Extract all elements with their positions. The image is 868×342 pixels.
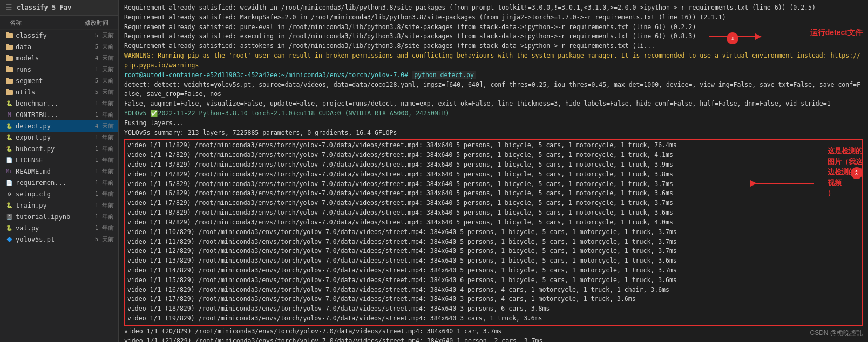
svg-rect-9	[6, 78, 9, 79]
col-name-header: 名称	[4, 17, 83, 28]
py-icon: 🐍	[5, 134, 13, 141]
sidebar-item-label: export.py	[16, 134, 51, 141]
py-icon: 🐍	[5, 202, 13, 209]
m-icon: M	[5, 111, 13, 119]
sidebar-item-time: 1 年前	[95, 213, 114, 221]
sidebar-item[interactable]: utils5 天前	[0, 86, 118, 98]
svg-rect-0	[6, 33, 13, 38]
sidebar-item-label: tutorial.ipynb	[16, 213, 70, 221]
sidebar-item[interactable]: 🐍val.py1 年前	[0, 222, 118, 234]
sidebar-item-label: setup.cfg	[16, 190, 51, 198]
sidebar-item[interactable]: models4 天前	[0, 52, 118, 64]
sidebar-item-label: utils	[16, 88, 35, 96]
sidebar-item-time: 5 天前	[95, 31, 114, 39]
sidebar-item[interactable]: ⚙setup.cfg1 年前	[0, 188, 118, 200]
terminal-line: video 1/1 (2/829) /root/miniconda3/envs/…	[127, 151, 859, 160]
terminal-line: video 1/1 (20/829) /root/miniconda3/envs…	[124, 327, 863, 337]
csdn-watermark: CSDN @栀晚盏乱	[810, 329, 863, 338]
sidebar-item-time: 1 年前	[95, 111, 114, 119]
sidebar-item-time: 5 天前	[95, 235, 114, 243]
terminal-line: video 1/1 (12/829) /root/miniconda3/envs…	[127, 247, 859, 256]
ipynb-icon: 📓	[5, 213, 13, 221]
annotation-2-arrow	[749, 178, 819, 189]
folder-icon	[5, 66, 13, 73]
sidebar-item-time: 5 天前	[95, 43, 114, 51]
terminal-line: YOLOv5s summary: 213 layers, 7225885 par…	[124, 128, 863, 138]
sidebar-item-time: 4 天前	[95, 54, 114, 62]
sidebar-item-label: classify	[16, 32, 47, 39]
sidebar-item-label: runs	[16, 66, 31, 73]
sidebar-item[interactable]: segment5 天前	[0, 75, 118, 86]
terminal-line: video 1/1 (7/829) /root/miniconda3/envs/…	[127, 199, 859, 208]
main-panel: Requirement already satisfied: wcwidth i…	[119, 0, 868, 342]
sidebar-item-time: 1 年前	[95, 201, 114, 209]
terminal-line: video 1/1 (15/829) /root/miniconda3/envs…	[127, 276, 859, 285]
terminal-line: video 1/1 (19/829) /root/miniconda3/envs…	[127, 314, 859, 324]
sidebar-item[interactable]: 🔷yolov5s.pt5 天前	[0, 234, 118, 245]
py-icon: 🐍	[5, 224, 13, 232]
sidebar-item-label: LICENSE	[16, 156, 43, 164]
svg-rect-5	[6, 55, 9, 57]
svg-rect-8	[6, 79, 13, 84]
sidebar-item[interactable]: M↓README.md1 年前	[0, 166, 118, 177]
terminal-line: WARNING: Running pip as the 'root' user …	[124, 51, 863, 71]
cmd-highlight: python detect.py	[412, 71, 476, 79]
sidebar-items: classify5 天前data5 天前models4 天前runs1 天前se…	[0, 30, 118, 245]
terminal-line: detect: detect: weights=yolov5s.pt, sour…	[124, 80, 863, 100]
terminal-line: Requirement already satisfied: pure-eval…	[124, 23, 863, 32]
folder-icon	[5, 32, 13, 39]
terminal-line: video 1/1 (11/829) /root/miniconda3/envs…	[127, 237, 859, 247]
sidebar-item-time: 1 年前	[95, 179, 114, 187]
cfg-icon: ⚙	[5, 190, 13, 198]
col-time-header: 修改时间	[83, 17, 114, 28]
svg-rect-6	[6, 67, 13, 72]
sidebar-item[interactable]: 📄requiremen...1 年前	[0, 177, 118, 188]
svg-rect-1	[6, 32, 9, 34]
sidebar-item[interactable]: classify5 天前	[0, 30, 118, 41]
svg-rect-7	[6, 66, 9, 68]
terminal-line: Requirement already satisfied: asttokens…	[124, 42, 863, 51]
py-icon: 🐍	[5, 100, 13, 107]
sidebar-item-label: segment	[16, 77, 43, 85]
annotation-1-arrow	[709, 31, 763, 42]
sidebar-item[interactable]: runs1 天前	[0, 64, 118, 75]
svg-rect-10	[6, 90, 13, 95]
sidebar-item-label: benchmar...	[16, 100, 58, 107]
sidebar-item[interactable]: 🐍detect.py4 天前	[0, 120, 118, 132]
sidebar-item-label: yolov5s.pt	[16, 236, 55, 243]
pt-icon: 🔷	[5, 236, 13, 243]
sidebar-item[interactable]: 🐍export.py1 年前	[0, 132, 118, 143]
sidebar-item-label: CONTRIBU...	[16, 111, 58, 119]
hamburger-icon[interactable]: ☰	[5, 3, 12, 12]
terminal-line: Fusing layers...	[124, 119, 863, 128]
sidebar-item[interactable]: 🐍hubconf.py1 年前	[0, 143, 118, 154]
sidebar-item[interactable]: 🐍benchmar...1 年前	[0, 98, 118, 109]
sidebar-item[interactable]: 📓tutorial.ipynb1 年前	[0, 211, 118, 222]
svg-rect-4	[6, 56, 13, 61]
sidebar-item-label: train.py	[16, 202, 47, 209]
terminal-line: video 1/1 (14/829) /root/miniconda3/envs…	[127, 266, 859, 276]
svg-rect-2	[6, 45, 13, 50]
sidebar-item-time: 1 年前	[95, 167, 114, 175]
sidebar-item[interactable]: 📄LICENSE1 年前	[0, 154, 118, 166]
terminal-line: False, augment=False, visualize=False, u…	[124, 99, 863, 109]
terminal-line: video 1/1 (3/829) /root/miniconda3/envs/…	[127, 160, 859, 170]
py-icon: 🐍	[5, 122, 13, 130]
folder-icon	[5, 88, 13, 96]
sidebar-item-time: 1 年前	[95, 145, 114, 153]
sidebar: ☰ classify 5 Fav 名称 修改时间 classify5 天前dat…	[0, 0, 119, 342]
sidebar-item[interactable]: MCONTRIBU...1 年前	[0, 109, 118, 120]
sidebar-item-label: requiremen...	[16, 179, 66, 187]
sidebar-item-label: hubconf.py	[16, 145, 55, 153]
sidebar-item-time: 1 年前	[95, 156, 114, 164]
sidebar-item[interactable]: 🐍train.py1 年前	[0, 200, 118, 211]
sidebar-item-time: 1 天前	[95, 65, 114, 73]
terminal-line: Requirement already satisfied: MarkupSaf…	[124, 13, 863, 23]
terminal-output[interactable]: Requirement already satisfied: wcwidth i…	[119, 0, 868, 342]
terminal-line: video 1/1 (17/829) /root/miniconda3/envs…	[127, 295, 859, 304]
terminal-line: video 1/1 (13/829) /root/miniconda3/envs…	[127, 256, 859, 266]
folder-icon	[5, 77, 13, 85]
sidebar-item[interactable]: data5 天前	[0, 41, 118, 52]
sidebar-item-time: 1 年前	[95, 133, 114, 141]
annotation-2-label: 这是检测的 图片（我这 边检测的是 视频 ）	[828, 146, 863, 199]
